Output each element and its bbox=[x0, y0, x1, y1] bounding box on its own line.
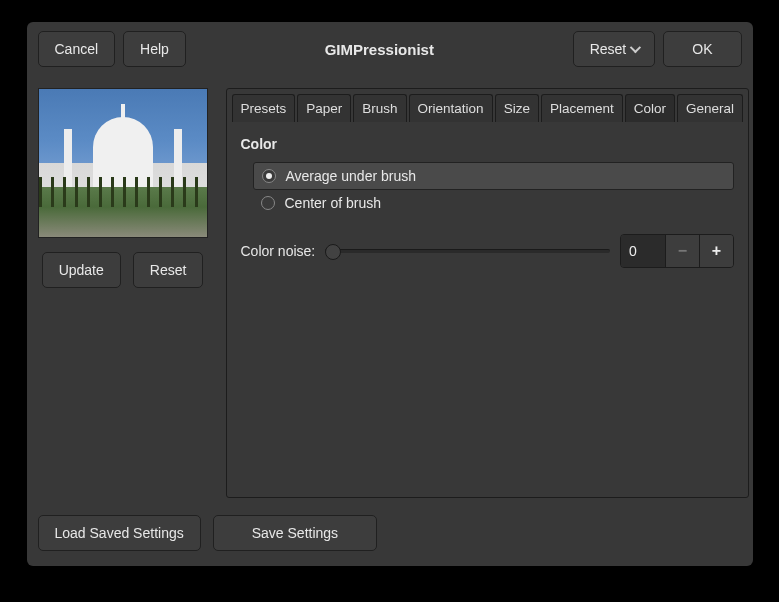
tab-strip: Presets Paper Brush Orientation Size Pla… bbox=[227, 89, 749, 122]
titlebar: Cancel Help GIMPressionist Reset OK bbox=[38, 30, 742, 68]
reset-dropdown-button[interactable]: Reset bbox=[573, 31, 656, 67]
footer: Load Saved Settings Save Settings bbox=[38, 515, 742, 551]
preview-reset-button[interactable]: Reset bbox=[133, 252, 204, 288]
help-button[interactable]: Help bbox=[123, 31, 186, 67]
slider-thumb[interactable] bbox=[325, 244, 341, 260]
color-section-title: Color bbox=[241, 136, 735, 152]
color-noise-value[interactable]: 0 bbox=[621, 235, 665, 267]
settings-column: Presets Paper Brush Orientation Size Pla… bbox=[226, 88, 750, 498]
color-radio-group: Average under brush Center of brush bbox=[253, 162, 735, 216]
radio-average[interactable] bbox=[262, 169, 276, 183]
tab-presets[interactable]: Presets bbox=[232, 94, 296, 122]
cancel-button[interactable]: Cancel bbox=[38, 31, 116, 67]
content-area: Update Reset Presets Paper Brush Orienta… bbox=[38, 88, 742, 498]
radio-row-average[interactable]: Average under brush bbox=[253, 162, 735, 190]
plus-icon: + bbox=[712, 242, 721, 260]
gimpressionist-dialog: Cancel Help GIMPressionist Reset OK Upda… bbox=[27, 22, 753, 566]
minus-icon: − bbox=[678, 242, 687, 260]
chevron-down-icon bbox=[630, 42, 641, 53]
save-settings-button[interactable]: Save Settings bbox=[213, 515, 377, 551]
tab-body-color: Color Average under brush Center of brus… bbox=[227, 122, 749, 497]
tab-color[interactable]: Color bbox=[625, 94, 675, 122]
tab-panel: Presets Paper Brush Orientation Size Pla… bbox=[226, 88, 750, 498]
radio-center[interactable] bbox=[261, 196, 275, 210]
tab-brush[interactable]: Brush bbox=[353, 94, 406, 122]
tab-paper[interactable]: Paper bbox=[297, 94, 351, 122]
radio-center-label: Center of brush bbox=[285, 195, 382, 211]
radio-average-label: Average under brush bbox=[286, 168, 417, 184]
preview-image bbox=[38, 88, 208, 238]
preview-buttons: Update Reset bbox=[42, 252, 204, 288]
color-noise-spinbox: 0 − + bbox=[620, 234, 734, 268]
increment-button[interactable]: + bbox=[699, 235, 733, 267]
reset-label: Reset bbox=[590, 41, 627, 57]
update-button[interactable]: Update bbox=[42, 252, 121, 288]
color-noise-row: Color noise: 0 − + bbox=[241, 234, 735, 268]
tab-general[interactable]: General bbox=[677, 94, 743, 122]
radio-row-center[interactable]: Center of brush bbox=[253, 190, 735, 216]
color-noise-slider[interactable] bbox=[325, 249, 610, 253]
dialog-title: GIMPressionist bbox=[194, 41, 565, 58]
tab-orientation[interactable]: Orientation bbox=[409, 94, 493, 122]
decrement-button[interactable]: − bbox=[665, 235, 699, 267]
ok-button[interactable]: OK bbox=[663, 31, 741, 67]
tab-placement[interactable]: Placement bbox=[541, 94, 623, 122]
color-noise-label: Color noise: bbox=[241, 243, 316, 259]
preview-column: Update Reset bbox=[38, 88, 208, 498]
tab-size[interactable]: Size bbox=[495, 94, 539, 122]
load-settings-button[interactable]: Load Saved Settings bbox=[38, 515, 201, 551]
